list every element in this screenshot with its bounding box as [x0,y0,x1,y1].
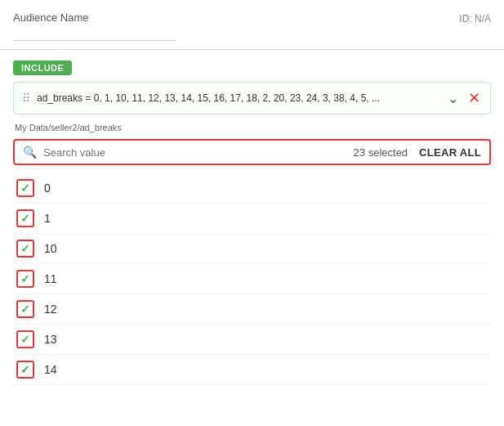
remove-rule-button[interactable]: ✕ [466,89,482,107]
id-section: ID: N/A [459,11,491,25]
checkbox-item-10[interactable]: ✓ [16,240,34,258]
checkmark-icon: ✓ [20,213,30,224]
checkbox-label: 11 [44,272,57,285]
list-item: ✓12 [13,294,491,325]
list-item: ✓11 [13,264,491,294]
list-item: ✓14 [13,355,491,385]
list-item: ✓1 [13,204,491,234]
audience-name-label: Audience Name [13,11,176,24]
checkbox-item-1[interactable]: ✓ [16,209,34,227]
checkbox-list: ✓0✓1✓10✓11✓12✓13✓14 [13,173,491,385]
checkbox-item-14[interactable]: ✓ [16,361,34,379]
checkmark-icon: ✓ [20,182,30,194]
include-badge: INCLUDE [13,61,72,75]
clear-all-button[interactable]: CLEAR ALL [419,146,481,159]
main-content: INCLUDE ⠿ ad_breaks = 0, 1, 10, 11, 12, … [0,50,504,395]
list-item: ✓0 [13,173,491,204]
drag-icon[interactable]: ⠿ [22,92,30,105]
breadcrumb: My Data/seller2/ad_breaks [15,123,491,132]
chevron-down-icon: ⌄ [448,91,458,106]
rule-text: ad_breaks = 0, 1, 10, 11, 12, 13, 14, 15… [37,92,439,104]
search-input[interactable] [43,146,354,159]
search-container: 🔍 23 selected CLEAR ALL [13,139,491,165]
rule-actions: ⌄ ✕ [446,89,482,107]
header: Audience Name ID: N/A [0,0,504,50]
checkbox-label: 0 [44,182,51,195]
checkmark-icon: ✓ [20,364,30,375]
checkbox-item-0[interactable]: ✓ [16,179,34,197]
audience-name-section: Audience Name [13,11,176,41]
checkmark-icon: ✓ [20,303,30,315]
checkbox-label: 13 [44,333,57,346]
close-icon: ✕ [468,89,480,107]
checkbox-label: 12 [44,303,57,316]
checkmark-icon: ✓ [20,334,30,345]
main-container: Audience Name ID: N/A INCLUDE ⠿ ad_break… [0,0,504,426]
list-item: ✓13 [13,325,491,355]
checkmark-icon: ✓ [20,273,30,285]
selected-count: 23 selected [354,146,408,159]
checkmark-icon: ✓ [20,243,30,254]
checkbox-item-12[interactable]: ✓ [16,300,34,318]
checkbox-item-11[interactable]: ✓ [16,270,34,288]
list-item: ✓10 [13,234,491,264]
rule-row: ⠿ ad_breaks = 0, 1, 10, 11, 12, 13, 14, … [13,82,491,114]
checkbox-item-13[interactable]: ✓ [16,330,34,348]
chevron-down-button[interactable]: ⌄ [446,91,460,106]
checkbox-label: 14 [44,363,57,376]
search-icon: 🔍 [23,146,37,159]
checkbox-label: 1 [44,212,51,225]
audience-name-input[interactable] [13,24,176,41]
checkbox-label: 10 [44,242,57,255]
